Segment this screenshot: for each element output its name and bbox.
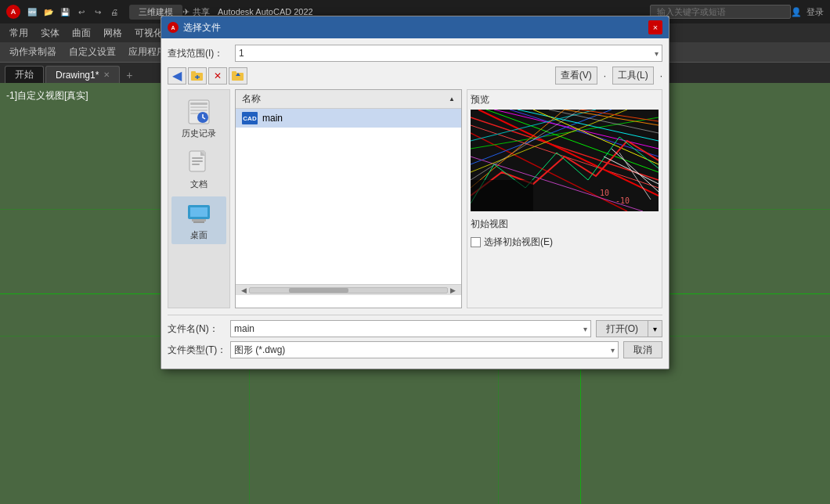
- view-label: 查看(V): [561, 70, 592, 81]
- view-tools: 查看(V) · 工具(L) ·: [555, 67, 662, 85]
- dialog-overlay: A 选择文件 × 查找范围(I)： 1 ▾ ◀: [0, 0, 830, 504]
- dialog-logo: A: [168, 22, 179, 33]
- dialog-title: 选择文件: [183, 21, 648, 34]
- filename-input[interactable]: main ▾: [230, 320, 591, 337]
- delete-button[interactable]: ✕: [208, 67, 227, 85]
- filename-combo-arrow: ▾: [583, 325, 587, 333]
- svg-rect-9: [190, 106, 208, 108]
- search-label: 查找范围(I)：: [168, 47, 230, 60]
- history-label: 历史记录: [182, 128, 216, 139]
- svg-rect-17: [192, 160, 203, 162]
- file-list-empty: [236, 128, 461, 284]
- svg-text:-10: -10: [615, 196, 630, 205]
- scrollbar-track[interactable]: [249, 287, 448, 293]
- search-combo[interactable]: 1 ▾: [235, 45, 662, 62]
- filename-value: main: [234, 323, 254, 334]
- filetype-combo[interactable]: 图形 (*.dwg) ▾: [230, 341, 619, 358]
- dialog-close-button[interactable]: ×: [648, 20, 662, 34]
- view-separator: ·: [604, 70, 606, 81]
- file-select-dialog: A 选择文件 × 查找范围(I)： 1 ▾ ◀: [161, 16, 669, 369]
- file-list-header: 名称 ▲: [236, 90, 461, 109]
- dialog-titlebar: A 选择文件 ×: [161, 16, 669, 38]
- open-dropdown-button[interactable]: ▾: [648, 320, 662, 337]
- checkbox-row: 选择初始视图(E): [471, 236, 659, 249]
- svg-rect-8: [190, 103, 208, 105]
- file-name-main: main: [262, 113, 283, 124]
- file-row-main[interactable]: CAD main: [236, 109, 461, 128]
- cancel-button[interactable]: 取消: [623, 341, 662, 358]
- desktop-label: 桌面: [190, 229, 208, 241]
- svg-rect-21: [192, 219, 206, 221]
- svg-rect-1: [191, 71, 196, 74]
- filetype-row: 文件类型(T)： 图形 (*.dwg) ▾ 取消: [168, 341, 662, 358]
- filetype-value: 图形 (*.dwg): [234, 344, 285, 357]
- preview-panel: 预览: [467, 89, 662, 308]
- svg-text:10: 10: [600, 189, 609, 197]
- nav-desktop[interactable]: 桌面: [171, 196, 226, 244]
- nav-documents[interactable]: 文档: [171, 146, 226, 193]
- svg-rect-10: [190, 110, 208, 111]
- cad-file-icon: CAD: [242, 112, 258, 124]
- nav-history[interactable]: 历史记录: [171, 95, 226, 142]
- filename-row: 文件名(N)： main ▾ 打开(O) ▾: [168, 320, 662, 337]
- horizontal-scrollbar[interactable]: ◀ ▶: [236, 284, 461, 295]
- checkbox-label: 选择初始视图(E): [484, 236, 553, 249]
- tools-label: 工具(L): [618, 70, 648, 81]
- scroll-right-icon[interactable]: ▶: [448, 286, 458, 294]
- open-button[interactable]: 打开(O): [596, 320, 648, 337]
- preview-label: 预览: [471, 93, 659, 106]
- file-list-panel: 名称 ▲ CAD main ◀ ▶: [235, 89, 462, 308]
- svg-rect-18: [192, 164, 200, 165]
- scrollbar-thumb[interactable]: [289, 288, 348, 293]
- back-button[interactable]: ◀: [168, 67, 186, 85]
- svg-rect-22: [193, 221, 204, 223]
- svg-rect-5: [232, 71, 236, 74]
- toolbar-row: ◀ ✕: [168, 67, 662, 85]
- bottom-section: 文件名(N)： main ▾ 打开(O) ▾ 文件类型(T)： 图形 (*.dw…: [168, 315, 662, 358]
- scroll-left-icon[interactable]: ◀: [239, 286, 249, 294]
- preview-image: 10 -10: [471, 110, 659, 211]
- view-button[interactable]: 查看(V): [555, 67, 597, 85]
- initial-view-checkbox[interactable]: [471, 237, 481, 247]
- nav-buttons: ◀ ✕: [168, 67, 247, 85]
- sort-icon: ▲: [449, 95, 455, 103]
- filename-label: 文件名(N)：: [168, 322, 230, 336]
- documents-icon: [185, 149, 213, 177]
- initial-view-label: 初始视图: [471, 218, 659, 231]
- combo-arrow-icon: ▾: [655, 49, 659, 58]
- open-button-group: 打开(O) ▾: [596, 320, 662, 337]
- svg-rect-43: [471, 180, 533, 211]
- documents-label: 文档: [190, 178, 208, 190]
- search-row: 查找范围(I)： 1 ▾: [168, 45, 662, 62]
- left-nav: 历史记录 文档: [168, 89, 230, 308]
- up-folder-button[interactable]: [229, 67, 247, 85]
- svg-rect-20: [190, 207, 208, 217]
- search-value: 1: [239, 48, 244, 59]
- history-icon: [185, 98, 213, 126]
- initial-view-section: 初始视图 选择初始视图(E): [471, 218, 659, 249]
- tools-button[interactable]: 工具(L): [612, 67, 654, 85]
- content-area: 历史记录 文档: [168, 89, 662, 308]
- filetype-label: 文件类型(T)：: [168, 344, 230, 357]
- svg-rect-16: [192, 157, 203, 159]
- new-folder-button[interactable]: [188, 67, 207, 85]
- desktop-icon: [185, 200, 213, 228]
- column-name: 名称: [242, 92, 446, 106]
- dialog-body: 查找范围(I)： 1 ▾ ◀: [161, 38, 669, 369]
- filetype-arrow-icon: ▾: [611, 346, 615, 355]
- tools-separator: ·: [660, 70, 662, 81]
